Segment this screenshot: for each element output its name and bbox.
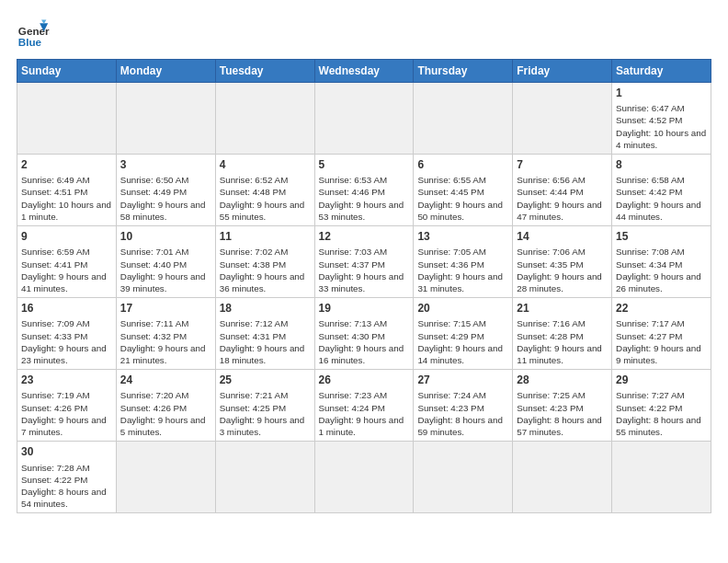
header: General Blue	[17, 17, 711, 50]
day-cell: 13Sunrise: 7:05 AM Sunset: 4:36 PM Dayli…	[414, 226, 513, 298]
week-row-4: 16Sunrise: 7:09 AM Sunset: 4:33 PM Dayli…	[17, 298, 711, 370]
day-number: 13	[417, 229, 508, 244]
day-number: 24	[120, 373, 211, 387]
day-cell: 22Sunrise: 7:17 AM Sunset: 4:27 PM Dayli…	[612, 298, 711, 370]
day-info: Sunrise: 7:09 AM Sunset: 4:33 PM Dayligh…	[21, 317, 112, 366]
day-cell	[17, 83, 117, 155]
day-number: 30	[21, 444, 112, 459]
weekday-saturday: Saturday	[612, 60, 711, 83]
day-info: Sunrise: 7:02 AM Sunset: 4:38 PM Dayligh…	[220, 246, 311, 294]
day-number: 29	[616, 373, 707, 387]
day-info: Sunrise: 7:06 AM Sunset: 4:35 PM Dayligh…	[517, 246, 608, 294]
day-info: Sunrise: 7:12 AM Sunset: 4:31 PM Dayligh…	[220, 317, 311, 366]
day-cell: 21Sunrise: 7:16 AM Sunset: 4:28 PM Dayli…	[513, 298, 612, 370]
day-cell: 5Sunrise: 6:53 AM Sunset: 4:46 PM Daylig…	[314, 155, 414, 226]
day-cell: 14Sunrise: 7:06 AM Sunset: 4:35 PM Dayli…	[513, 226, 612, 298]
day-info: Sunrise: 7:17 AM Sunset: 4:27 PM Dayligh…	[616, 317, 707, 366]
day-cell: 12Sunrise: 7:03 AM Sunset: 4:37 PM Dayli…	[314, 226, 414, 298]
day-cell	[414, 442, 513, 513]
day-cell	[513, 83, 612, 155]
day-cell: 10Sunrise: 7:01 AM Sunset: 4:40 PM Dayli…	[116, 226, 215, 298]
day-number: 17	[120, 301, 211, 316]
weekday-tuesday: Tuesday	[215, 60, 314, 83]
week-row-5: 23Sunrise: 7:19 AM Sunset: 4:26 PM Dayli…	[17, 370, 711, 442]
day-cell: 3Sunrise: 6:50 AM Sunset: 4:49 PM Daylig…	[116, 155, 215, 226]
day-number: 21	[517, 301, 608, 316]
svg-text:Blue: Blue	[18, 36, 42, 48]
day-cell: 23Sunrise: 7:19 AM Sunset: 4:26 PM Dayli…	[17, 370, 117, 442]
day-cell	[314, 442, 414, 513]
day-info: Sunrise: 7:28 AM Sunset: 4:22 PM Dayligh…	[21, 462, 112, 511]
day-cell: 28Sunrise: 7:25 AM Sunset: 4:23 PM Dayli…	[513, 370, 612, 442]
day-cell: 25Sunrise: 7:21 AM Sunset: 4:25 PM Dayli…	[215, 370, 314, 442]
day-info: Sunrise: 7:03 AM Sunset: 4:37 PM Dayligh…	[319, 246, 410, 294]
day-cell	[116, 83, 215, 155]
day-cell: 2Sunrise: 6:49 AM Sunset: 4:51 PM Daylig…	[17, 155, 117, 226]
day-cell: 30Sunrise: 7:28 AM Sunset: 4:22 PM Dayli…	[17, 442, 117, 513]
day-info: Sunrise: 6:52 AM Sunset: 4:48 PM Dayligh…	[220, 174, 311, 223]
week-row-2: 2Sunrise: 6:49 AM Sunset: 4:51 PM Daylig…	[17, 155, 711, 226]
day-number: 12	[319, 229, 410, 244]
weekday-friday: Friday	[513, 60, 612, 83]
day-number: 11	[220, 229, 311, 244]
day-info: Sunrise: 7:27 AM Sunset: 4:22 PM Dayligh…	[616, 389, 707, 438]
weekday-monday: Monday	[116, 60, 215, 83]
page: General Blue SundayMondayTuesdayWednesda…	[0, 0, 728, 563]
logo-icon: General Blue	[17, 17, 50, 50]
day-cell	[414, 83, 513, 155]
day-cell	[314, 83, 414, 155]
weekday-thursday: Thursday	[414, 60, 513, 83]
day-cell: 17Sunrise: 7:11 AM Sunset: 4:32 PM Dayli…	[116, 298, 215, 370]
day-info: Sunrise: 6:55 AM Sunset: 4:45 PM Dayligh…	[417, 174, 508, 223]
day-info: Sunrise: 6:47 AM Sunset: 4:52 PM Dayligh…	[616, 102, 707, 151]
day-number: 23	[21, 373, 112, 387]
day-cell: 29Sunrise: 7:27 AM Sunset: 4:22 PM Dayli…	[612, 370, 711, 442]
day-number: 19	[319, 301, 410, 316]
weekday-sunday: Sunday	[17, 60, 117, 83]
day-cell: 1Sunrise: 6:47 AM Sunset: 4:52 PM Daylig…	[612, 83, 711, 155]
day-cell: 24Sunrise: 7:20 AM Sunset: 4:26 PM Dayli…	[116, 370, 215, 442]
calendar-table: SundayMondayTuesdayWednesdayThursdayFrid…	[17, 59, 711, 513]
day-number: 4	[220, 157, 311, 172]
day-cell	[116, 442, 215, 513]
day-number: 10	[120, 229, 211, 244]
day-info: Sunrise: 7:21 AM Sunset: 4:25 PM Dayligh…	[220, 389, 311, 438]
day-number: 7	[517, 157, 608, 172]
day-cell: 9Sunrise: 6:59 AM Sunset: 4:41 PM Daylig…	[17, 226, 117, 298]
weekday-wednesday: Wednesday	[314, 60, 414, 83]
day-number: 9	[21, 229, 112, 244]
day-cell: 8Sunrise: 6:58 AM Sunset: 4:42 PM Daylig…	[612, 155, 711, 226]
day-cell: 20Sunrise: 7:15 AM Sunset: 4:29 PM Dayli…	[414, 298, 513, 370]
day-number: 20	[417, 301, 508, 316]
day-info: Sunrise: 7:19 AM Sunset: 4:26 PM Dayligh…	[21, 389, 112, 438]
day-cell: 27Sunrise: 7:24 AM Sunset: 4:23 PM Dayli…	[414, 370, 513, 442]
day-number: 18	[220, 301, 311, 316]
day-info: Sunrise: 7:11 AM Sunset: 4:32 PM Dayligh…	[120, 317, 211, 366]
day-info: Sunrise: 6:56 AM Sunset: 4:44 PM Dayligh…	[517, 174, 608, 223]
day-number: 26	[319, 373, 410, 387]
day-number: 22	[616, 301, 707, 316]
day-info: Sunrise: 6:58 AM Sunset: 4:42 PM Dayligh…	[616, 174, 707, 223]
day-number: 15	[616, 229, 707, 244]
day-info: Sunrise: 7:23 AM Sunset: 4:24 PM Dayligh…	[319, 389, 410, 438]
day-info: Sunrise: 7:05 AM Sunset: 4:36 PM Dayligh…	[417, 246, 508, 294]
day-info: Sunrise: 6:49 AM Sunset: 4:51 PM Dayligh…	[21, 174, 112, 223]
day-cell	[215, 442, 314, 513]
day-cell	[612, 442, 711, 513]
day-number: 5	[319, 157, 410, 172]
day-info: Sunrise: 7:24 AM Sunset: 4:23 PM Dayligh…	[417, 389, 508, 438]
day-info: Sunrise: 6:50 AM Sunset: 4:49 PM Dayligh…	[120, 174, 211, 223]
day-info: Sunrise: 7:20 AM Sunset: 4:26 PM Dayligh…	[120, 389, 211, 438]
day-info: Sunrise: 7:16 AM Sunset: 4:28 PM Dayligh…	[517, 317, 608, 366]
day-number: 1	[616, 86, 707, 100]
day-cell	[215, 83, 314, 155]
weekday-header-row: SundayMondayTuesdayWednesdayThursdayFrid…	[17, 60, 711, 83]
day-number: 27	[417, 373, 508, 387]
day-info: Sunrise: 7:01 AM Sunset: 4:40 PM Dayligh…	[120, 246, 211, 294]
logo: General Blue	[17, 17, 50, 50]
day-info: Sunrise: 7:15 AM Sunset: 4:29 PM Dayligh…	[417, 317, 508, 366]
day-cell	[513, 442, 612, 513]
day-info: Sunrise: 6:59 AM Sunset: 4:41 PM Dayligh…	[21, 246, 112, 294]
day-cell: 6Sunrise: 6:55 AM Sunset: 4:45 PM Daylig…	[414, 155, 513, 226]
day-info: Sunrise: 7:13 AM Sunset: 4:30 PM Dayligh…	[319, 317, 410, 366]
